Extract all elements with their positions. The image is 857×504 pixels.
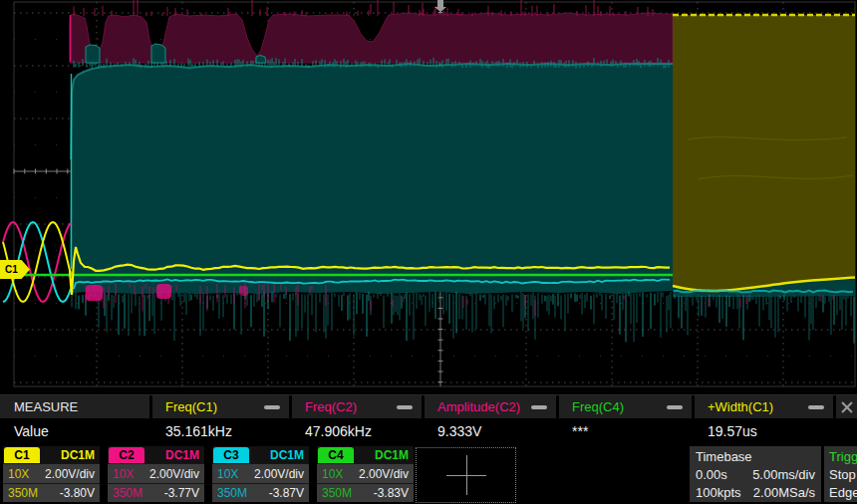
measurement-value: 9.333V [425,423,481,439]
oscilloscope-screen: C1 MEASURE Freq(C1) Freq(C2) Amplitude(C… [0,0,857,504]
channel-offset: -3.77V [164,486,199,500]
measurement-value: 35.161kHz [152,423,232,439]
measurement-label: +Width(C1) [695,399,808,414]
close-measure-bar-button[interactable] [836,395,857,418]
measurement-amplitude-c2[interactable]: Amplitude(C2) [425,395,556,418]
measurement-value: 19.57us [695,423,757,439]
timebase-panel[interactable]: Timebase 0.00s 5.00ms/div 100kpts 2.00MS… [690,446,821,502]
probe-attenuation: 10X [8,467,29,481]
trigger-type: Edge [829,484,857,502]
timebase-sample-rate: 2.00MSa/s [753,484,815,502]
c2-noise-blob [86,285,103,301]
close-icon [841,401,853,413]
measure-header-row: MEASURE Freq(C1) Freq(C2) Amplitude(C2) … [0,394,857,418]
measurement-freq-c2[interactable]: Freq(C2) [292,395,422,418]
measure-title: MEASURE [0,395,149,418]
timebase-memory-depth: 100kpts [696,484,741,502]
trigger-panel[interactable]: Trigg Stop Edge [824,446,857,502]
measurement-value: *** [559,423,588,439]
channel-box-c3[interactable]: C3 DC1M 10X2.00V/div 350M-3.87V [212,446,309,502]
c2-noise-blob [156,284,171,299]
channel-offset: -3.87V [269,486,304,500]
probe-attenuation: 10X [113,467,134,481]
channel-tab[interactable]: C3 [213,447,249,463]
value-row-label: Value [0,418,149,443]
remove-measurement-icon[interactable] [808,405,824,409]
remove-measurement-icon[interactable] [397,405,413,409]
bandwidth-limit: 350M [322,486,352,500]
channel-tab[interactable]: C2 [109,447,144,463]
measurement-width-c1[interactable]: +Width(C1) [695,395,833,418]
measurement-label: Amplitude(C2) [425,399,531,414]
remove-measurement-icon[interactable] [264,405,280,409]
bandwidth-limit: 350M [217,486,247,500]
trigger-status: Stop [829,466,857,484]
measure-value-row: Value 35.161kHz 47.906kHz 9.333V *** 19.… [0,418,857,443]
channel-tab[interactable]: C1 [4,447,40,463]
timebase-title: Timebase [696,448,752,466]
c2-noise-blob [239,286,248,296]
coupling-label: DC1M [270,448,309,462]
waveform-display[interactable] [0,0,857,393]
channel-box-c2[interactable]: C2 DC1M 10X2.00V/div 350M-3.77V [108,446,204,502]
trigger-title: Trigg [829,448,857,466]
channel-tab[interactable]: C4 [318,447,354,463]
measurement-freq-c4[interactable]: Freq(C4) [559,395,692,418]
remove-measurement-icon[interactable] [667,405,683,409]
c1-envelope-band [673,15,855,291]
volts-per-div: 2.00V/div [359,467,409,481]
measure-bar: MEASURE Freq(C1) Freq(C2) Amplitude(C2) … [0,394,857,443]
measurement-value: 47.906kHz [292,423,372,439]
measurement-label: Freq(C2) [292,399,397,414]
channel-offset: -3.80V [60,486,95,500]
channel-box-c4[interactable]: C4 DC1M 10X2.00V/div 350M-3.83V [317,446,414,502]
probe-attenuation: 10X [217,467,238,481]
channel-status-bar: C1 DC1M 10X2.00V/div 350M-3.80V C2 DC1M … [3,446,414,502]
measurement-label: Freq(C1) [152,399,264,414]
coupling-label: DC1M [61,448,100,462]
channel-offset: -3.83V [374,486,409,500]
add-channel-placeholder[interactable] [416,447,516,503]
volts-per-div: 2.00V/div [254,467,304,481]
volts-per-div: 2.00V/div [45,467,95,481]
timebase-scale: 5.00ms/div [752,466,815,484]
measurement-freq-c1[interactable]: Freq(C1) [152,395,289,418]
channel-box-c1[interactable]: C1 DC1M 10X2.00V/div 350M-3.80V [3,446,100,502]
coupling-label: DC1M [375,448,414,462]
coupling-label: DC1M [165,448,204,462]
measurement-label: Freq(C4) [559,399,667,414]
remove-measurement-icon[interactable] [531,405,547,409]
bandwidth-limit: 350M [113,486,143,500]
volts-per-div: 2.00V/div [149,467,199,481]
probe-attenuation: 10X [322,467,343,481]
timebase-delay: 0.00s [696,466,727,484]
bandwidth-limit: 350M [8,486,38,500]
